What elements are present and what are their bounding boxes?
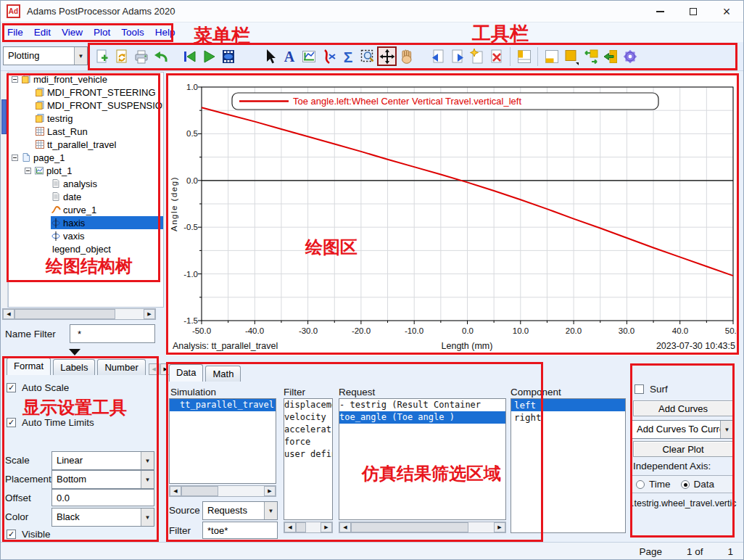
- scroll-right-icon[interactable]: ▶: [264, 486, 276, 496]
- previous-page-icon[interactable]: [428, 46, 447, 66]
- menu-file[interactable]: File: [7, 27, 23, 38]
- scroll-left-icon[interactable]: ◀: [3, 309, 15, 319]
- scroll-right-icon[interactable]: ▶: [494, 522, 505, 532]
- data-radio[interactable]: [681, 480, 690, 489]
- create-page-icon[interactable]: [467, 46, 487, 66]
- scroll-left-icon[interactable]: ◀: [339, 522, 351, 532]
- curve-edit-icon[interactable]: [318, 46, 338, 66]
- simulation-list[interactable]: tt_parallel_travel: [169, 398, 276, 484]
- clear-plot-button[interactable]: Clear Plot: [633, 441, 733, 457]
- minimize-button[interactable]: [643, 1, 677, 22]
- auto-time-limits-checkbox[interactable]: ✓Auto Time Limits: [7, 417, 94, 428]
- menu-plot[interactable]: Plot: [94, 27, 110, 38]
- plot-display-icon[interactable]: [299, 46, 318, 66]
- scale-combo[interactable]: Linear▼: [51, 451, 154, 470]
- request-list[interactable]: - testrig (Result Container toe_angle (T…: [339, 398, 506, 520]
- chevron-down-icon[interactable]: ▼: [74, 47, 87, 65]
- name-filter-input[interactable]: [70, 324, 155, 343]
- tree-vscroll-thumb[interactable]: [1, 99, 7, 134]
- menu-edit[interactable]: Edit: [34, 27, 51, 38]
- add-mode-combo[interactable]: Add Curves To Curren▼: [632, 420, 734, 439]
- scroll-left-icon[interactable]: ◀: [284, 522, 296, 532]
- panel-collapse-icon[interactable]: [69, 349, 80, 355]
- list-item[interactable]: - testrig (Result Container: [339, 399, 505, 411]
- scroll-right-icon[interactable]: ▶: [321, 522, 332, 532]
- list-item[interactable]: left: [511, 399, 625, 411]
- chevron-down-icon[interactable]: ▼: [141, 452, 154, 469]
- tree-item-tt-parallel-travel[interactable]: tt_parallel_travel: [9, 138, 163, 151]
- tree-item-mdi-front-steering[interactable]: MDI_FRONT_STEERING: [9, 86, 163, 99]
- list-item[interactable]: tt_parallel_travel: [170, 399, 276, 411]
- next-page-icon[interactable]: [447, 46, 467, 66]
- tree-vertical-scrollbar[interactable]: [1, 72, 8, 308]
- list-item[interactable]: displacement: [284, 399, 332, 411]
- tab-math[interactable]: Math: [205, 366, 241, 382]
- filter-type-list[interactable]: displacement velocity acceleration force…: [284, 398, 333, 520]
- list-item[interactable]: right: [511, 411, 625, 424]
- chevron-down-icon[interactable]: ▼: [141, 508, 154, 526]
- tree-horizontal-scrollbar[interactable]: ◀ ▶: [2, 308, 156, 320]
- tree-item-plot-1[interactable]: plot_1: [9, 164, 163, 177]
- tree-item-last-run[interactable]: Last_Run: [9, 125, 163, 138]
- close-button[interactable]: ×: [710, 1, 743, 22]
- swap-views-icon[interactable]: [581, 46, 600, 66]
- select-cursor-icon[interactable]: [260, 46, 279, 66]
- view-layout-bottom-icon[interactable]: [542, 46, 561, 66]
- mode-selector[interactable]: Plotting ▼: [3, 46, 88, 65]
- scroll-right-icon[interactable]: ▶: [144, 309, 155, 319]
- delete-page-icon[interactable]: [487, 46, 506, 66]
- tab-data[interactable]: Data: [169, 364, 203, 382]
- filter-pattern-input[interactable]: [202, 522, 278, 539]
- tree-item-legend-object[interactable]: legend_object: [9, 242, 163, 255]
- chevron-down-icon[interactable]: ▼: [720, 421, 733, 438]
- zoom-area-icon[interactable]: [357, 46, 377, 66]
- filter-hscrollbar[interactable]: ◀▶: [284, 522, 333, 533]
- list-item[interactable]: force: [284, 436, 332, 448]
- play-icon[interactable]: [199, 46, 218, 66]
- color-combo[interactable]: Black▼: [51, 508, 154, 527]
- tab-format[interactable]: Format: [7, 358, 51, 375]
- tree-item-mdi-front-vehicle[interactable]: mdi_front_vehicle: [9, 73, 163, 86]
- auto-scale-checkbox[interactable]: ✓Auto Scale: [7, 382, 69, 393]
- maximize-button[interactable]: [677, 1, 710, 22]
- new-icon[interactable]: [92, 46, 112, 66]
- list-item[interactable]: toe_angle (Toe angle ): [339, 411, 505, 424]
- tab-number[interactable]: Number: [97, 359, 145, 375]
- settings-gear-icon[interactable]: [620, 46, 640, 66]
- tree-item-mdi-front-suspension[interactable]: MDI_FRONT_SUSPENSION: [9, 99, 163, 112]
- go-to-start-icon[interactable]: [179, 46, 199, 66]
- surf-checkbox[interactable]: Surf: [635, 384, 668, 395]
- tree-item-curve-1[interactable]: curve_1: [9, 203, 163, 216]
- refresh-icon[interactable]: [112, 46, 131, 66]
- scroll-left-icon[interactable]: ◀: [170, 486, 181, 496]
- offset-input[interactable]: [51, 489, 154, 506]
- menu-tools[interactable]: Tools: [121, 27, 144, 38]
- visible-checkbox[interactable]: ✓Visible: [7, 529, 51, 540]
- plot-display-area[interactable]: Toe angle.left:Wheel Center Vertical Tra…: [166, 73, 739, 355]
- placement-combo[interactable]: Bottom▼: [51, 470, 154, 489]
- collapse-expander-icon[interactable]: [25, 168, 31, 174]
- add-curves-button[interactable]: Add Curves: [633, 400, 733, 416]
- tab-scroll-left-icon[interactable]: ◀: [149, 363, 160, 375]
- print-icon[interactable]: [131, 46, 151, 66]
- tree-item-vaxis[interactable]: vaxis: [9, 229, 163, 242]
- chevron-down-icon[interactable]: ▼: [264, 502, 277, 519]
- close-view-icon[interactable]: [600, 46, 620, 66]
- undo-icon[interactable]: [151, 46, 170, 66]
- time-radio[interactable]: [636, 480, 645, 489]
- tree-item-testrig[interactable]: testrig: [9, 112, 163, 125]
- list-item[interactable]: acceleration: [284, 424, 332, 436]
- collapse-expander-icon[interactable]: [12, 155, 18, 161]
- move-view-icon[interactable]: [377, 46, 397, 66]
- component-list[interactable]: left right: [511, 398, 626, 533]
- text-annotation-icon[interactable]: A: [279, 46, 299, 66]
- source-combo[interactable]: Requests▼: [202, 501, 278, 520]
- list-item[interactable]: user defined: [284, 448, 332, 461]
- tree-item-page-1[interactable]: page_1: [9, 151, 163, 164]
- list-item[interactable]: velocity: [284, 411, 332, 424]
- request-hscrollbar[interactable]: ◀▶: [339, 522, 506, 533]
- menu-help[interactable]: Help: [155, 27, 175, 38]
- tree-item-date[interactable]: date: [9, 190, 163, 203]
- tree-item-haxis[interactable]: haxis: [9, 216, 163, 229]
- view-layout-left-icon[interactable]: [514, 46, 534, 66]
